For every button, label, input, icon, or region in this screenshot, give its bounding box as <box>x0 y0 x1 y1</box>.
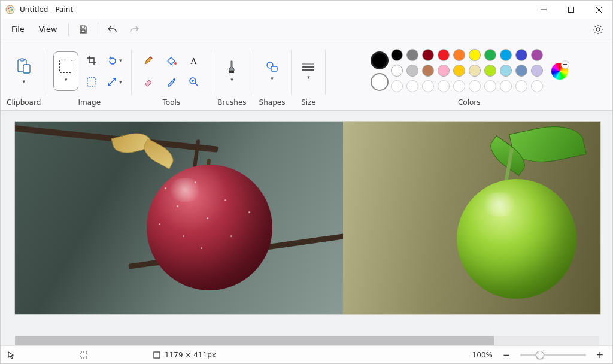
minimize-button[interactable] <box>530 1 557 19</box>
eraser-tool[interactable] <box>138 72 159 92</box>
color-swatch[interactable] <box>531 65 543 77</box>
menu-view[interactable]: View <box>33 21 63 37</box>
group-label-brushes: Brushes <box>217 98 246 109</box>
canvas-image-right <box>343 122 600 314</box>
custom-color-slot[interactable] <box>500 80 512 92</box>
zoom-slider[interactable] <box>520 354 586 356</box>
close-button[interactable] <box>585 1 612 19</box>
edit-colors-button[interactable] <box>551 63 568 80</box>
undo-button[interactable] <box>103 20 122 38</box>
color-swatch[interactable] <box>438 49 450 61</box>
color-swatch[interactable] <box>406 49 418 61</box>
color-swatch[interactable] <box>515 65 527 77</box>
zoom-out-button[interactable]: − <box>500 350 513 360</box>
palette-row-1 <box>391 49 544 62</box>
selected-colors <box>371 51 389 91</box>
canvas[interactable] <box>15 122 600 314</box>
zoom-slider-knob[interactable] <box>536 351 544 359</box>
color-swatch[interactable] <box>469 49 481 61</box>
svg-point-3 <box>11 9 13 11</box>
scrollbar-thumb[interactable] <box>15 336 494 345</box>
svg-point-4 <box>9 11 11 13</box>
color-swatch[interactable] <box>453 49 465 61</box>
canvas-image-left <box>15 122 343 314</box>
save-button[interactable] <box>74 20 93 38</box>
color-swatch[interactable] <box>469 65 481 77</box>
paste-button[interactable]: ▾ <box>11 51 37 91</box>
settings-button[interactable] <box>588 20 608 38</box>
redo-button[interactable] <box>125 20 144 38</box>
custom-color-slot[interactable] <box>438 80 450 92</box>
color-swatch[interactable] <box>484 65 496 77</box>
color-swatch[interactable] <box>391 65 403 77</box>
zoom-in-button[interactable]: + <box>593 350 606 360</box>
chevron-down-icon: ▾ <box>307 74 310 80</box>
select-tool[interactable]: ▾ <box>53 51 78 91</box>
menu-file[interactable]: File <box>5 21 31 37</box>
magnifier-tool[interactable] <box>183 72 205 92</box>
color-2-swatch[interactable] <box>371 73 389 91</box>
maximize-button[interactable] <box>557 1 585 19</box>
svg-point-1 <box>8 8 10 10</box>
color-swatch[interactable] <box>438 65 450 77</box>
selection-size-icon <box>80 351 88 359</box>
group-image: ▾ ▾ <box>50 44 129 109</box>
pencil-tool[interactable] <box>138 50 159 71</box>
custom-color-slot[interactable] <box>469 80 481 92</box>
status-bar: 1179 × 411px 100% − + <box>1 345 612 363</box>
group-clipboard: ▾ Clipboard <box>3 44 44 109</box>
custom-color-slot[interactable] <box>515 80 527 92</box>
color-picker-tool[interactable] <box>160 72 182 92</box>
palette-row-2 <box>391 65 544 78</box>
custom-color-slot[interactable] <box>453 80 465 92</box>
resize-skew-button[interactable]: ▾ <box>104 72 125 92</box>
group-colors: Colors <box>328 44 610 109</box>
color-swatch[interactable] <box>453 65 465 77</box>
color-swatch[interactable] <box>422 49 434 61</box>
color-swatch[interactable] <box>406 65 418 77</box>
horizontal-scrollbar[interactable] <box>15 336 599 345</box>
custom-color-slot[interactable] <box>406 80 418 92</box>
shapes-button[interactable]: ▾ <box>262 59 283 84</box>
svg-rect-19 <box>229 71 234 73</box>
custom-color-slot[interactable] <box>531 80 543 92</box>
svg-text:A: A <box>190 56 197 66</box>
size-button[interactable]: ▾ <box>298 59 319 84</box>
crop-button[interactable] <box>81 50 102 71</box>
fill-tool[interactable] <box>160 50 182 71</box>
cursor-icon <box>7 351 15 359</box>
color-swatch[interactable] <box>515 49 527 61</box>
menu-bar: File View <box>1 19 612 40</box>
custom-color-slot[interactable] <box>391 80 403 92</box>
text-tool[interactable]: A <box>183 50 205 71</box>
group-label-size: Size <box>301 98 316 109</box>
palette-row-custom <box>391 80 544 93</box>
color-1-swatch[interactable] <box>371 51 389 69</box>
svg-point-2 <box>10 7 12 8</box>
chevron-down-icon: ▾ <box>22 78 25 84</box>
workspace <box>1 111 612 345</box>
svg-rect-9 <box>81 30 85 32</box>
free-select-button[interactable] <box>81 72 102 92</box>
chevron-down-icon: ▾ <box>65 77 68 83</box>
ribbon: ▾ Clipboard ▾ ▾ <box>1 40 612 111</box>
color-swatch[interactable] <box>500 65 512 77</box>
color-swatch[interactable] <box>531 49 543 61</box>
svg-point-0 <box>6 5 14 14</box>
canvas-viewport[interactable] <box>1 111 612 332</box>
svg-rect-26 <box>154 352 160 358</box>
custom-color-slot[interactable] <box>422 80 434 92</box>
group-brushes: ▾ Brushes <box>214 44 250 109</box>
brushes-button[interactable]: ▾ <box>221 59 242 84</box>
canvas-size-icon <box>153 351 161 359</box>
custom-color-slot[interactable] <box>484 80 496 92</box>
status-cursor-position <box>7 351 72 359</box>
group-label-clipboard: Clipboard <box>7 98 41 109</box>
color-swatch[interactable] <box>422 65 434 77</box>
color-swatch[interactable] <box>500 49 512 61</box>
rotate-button[interactable]: ▾ <box>104 50 125 71</box>
svg-point-10 <box>596 28 600 31</box>
color-swatch[interactable] <box>391 49 403 61</box>
color-swatch[interactable] <box>484 49 496 61</box>
status-canvas-size: 1179 × 411px <box>153 351 236 359</box>
